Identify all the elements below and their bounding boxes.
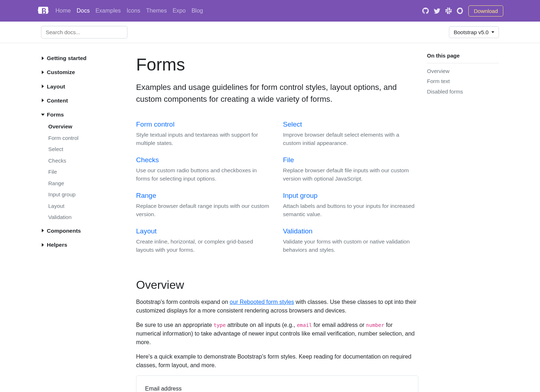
sidebar-section-getting-started[interactable]: Getting started [41,52,127,64]
sidebar-section-label: Layout [47,82,65,91]
code-type: type [213,322,226,328]
sidebar-item-file[interactable]: File [48,169,57,175]
sidebar: Getting startedCustomizeLayoutContentFor… [41,52,127,392]
card-link[interactable]: Select [283,120,302,128]
card-desc: Improve browser default select elements … [283,131,418,147]
card-link[interactable]: Form control [136,120,175,128]
chevron-down-icon [491,31,494,33]
sidebar-item-input-group[interactable]: Input group [48,191,76,197]
card-file: FileReplace browser default file inputs … [283,155,418,188]
card-desc: Replace browser default file inputs with… [283,166,418,183]
card-desc: Create inline, horizontal, or complex gr… [136,237,271,254]
card-desc: Attach labels and buttons to your inputs… [283,202,418,219]
sidebar-item-range[interactable]: Range [48,180,64,186]
sidebar-section-label: Customize [47,68,75,76]
subnav: Bootstrap v5.0 [0,22,540,43]
nav-link-blog[interactable]: Blog [192,4,203,18]
card-input-group: Input groupAttach labels and buttons to … [283,191,418,223]
card-link[interactable]: File [283,156,294,164]
card-link[interactable]: Layout [136,227,157,235]
nav-link-expo[interactable]: Expo [172,4,185,18]
top-navbar: HomeDocsExamplesIconsThemesExpoBlog Down… [0,0,540,22]
section-cards: Form controlStyle textual inputs and tex… [136,119,418,259]
form-example: Email address We'll never share your ema… [136,375,418,392]
nav-right: Download [422,5,503,17]
overview-para-1: Bootstrap's form controls expand on our … [136,298,418,315]
code-email: email [297,322,312,328]
code-number: number [366,322,384,328]
chevron-icon [42,229,44,232]
overview-para-2: Be sure to use an appropriate type attri… [136,321,418,347]
main-content: Forms Examples and usage guidelines for … [136,52,418,392]
card-validation: ValidationValidate your forms with custo… [283,226,418,259]
email-label: Email address [145,384,409,392]
card-desc: Use our custom radio buttons and checkbo… [136,166,271,183]
sidebar-section-customize[interactable]: Customize [41,66,127,78]
toc-link-form-text[interactable]: Form text [427,76,499,87]
sidebar-section-label: Content [47,96,68,105]
chevron-icon [41,114,45,116]
card-link[interactable]: Validation [283,227,312,235]
sidebar-item-form-control[interactable]: Form control [48,135,78,141]
card-link[interactable]: Checks [136,156,159,164]
card-select: SelectImprove browser default select ele… [283,119,418,152]
sidebar-section-helpers[interactable]: Helpers [41,238,127,251]
rebooted-link[interactable]: our Rebooted form styles [230,299,294,305]
nav-link-docs[interactable]: Docs [77,4,90,18]
sidebar-section-label: Components [47,227,81,235]
sidebar-section-content[interactable]: Content [41,94,127,107]
search-input[interactable] [41,26,127,38]
chevron-icon [42,99,44,102]
card-desc: Style textual inputs and textareas with … [136,131,271,147]
download-button[interactable]: Download [468,5,503,17]
sidebar-section-label: Helpers [47,241,67,249]
page-title: Forms [136,52,418,78]
page-lead: Examples and usage guidelines for form c… [136,81,418,105]
brand-logo[interactable] [37,5,50,16]
overview-para-3: Here's a quick example to demonstrate Bo… [136,352,418,370]
version-dropdown[interactable]: Bootstrap v5.0 [449,26,499,38]
sidebar-section-label: Forms [47,110,64,119]
sidebar-item-layout[interactable]: Layout [48,203,64,209]
nav-link-themes[interactable]: Themes [146,4,167,18]
github-icon[interactable] [422,8,429,14]
card-form-control: Form controlStyle textual inputs and tex… [136,119,271,152]
nav-link-examples[interactable]: Examples [95,4,121,18]
slack-icon[interactable] [445,8,452,14]
sidebar-item-select[interactable]: Select [48,146,63,152]
sidebar-section-label: Getting started [47,54,86,62]
card-link[interactable]: Input group [283,192,318,199]
overview-heading: Overview [136,276,418,293]
nav-links: HomeDocsExamplesIconsThemesExpoBlog [55,4,422,18]
table-of-contents: On this page OverviewForm textDisabled f… [427,52,499,392]
sidebar-section-forms[interactable]: Forms [41,108,127,121]
card-range: RangeReplace browser default range input… [136,191,271,223]
toc-link-disabled-forms[interactable]: Disabled forms [427,87,499,97]
toc-title: On this page [427,52,499,63]
sidebar-item-checks[interactable]: Checks [48,158,66,164]
sidebar-item-validation[interactable]: Validation [48,214,72,220]
sidebar-item-overview[interactable]: Overview [48,123,72,129]
chevron-icon [42,56,44,60]
chevron-icon [42,243,44,247]
nav-link-home[interactable]: Home [55,4,71,18]
card-layout: LayoutCreate inline, horizontal, or comp… [136,226,271,259]
sidebar-section-components[interactable]: Components [41,224,127,237]
sidebar-section-layout[interactable]: Layout [41,80,127,93]
chevron-icon [42,85,44,88]
nav-link-icons[interactable]: Icons [126,4,140,18]
opencollective-icon[interactable] [457,8,463,14]
toc-link-overview[interactable]: Overview [427,66,499,77]
card-desc: Replace browser default range inputs wit… [136,202,271,219]
card-checks: ChecksUse our custom radio buttons and c… [136,155,271,188]
card-link[interactable]: Range [136,192,156,199]
twitter-icon[interactable] [434,8,440,14]
version-label: Bootstrap v5.0 [454,29,489,35]
card-desc: Validate your forms with custom or nativ… [283,237,418,254]
chevron-icon [42,70,44,74]
